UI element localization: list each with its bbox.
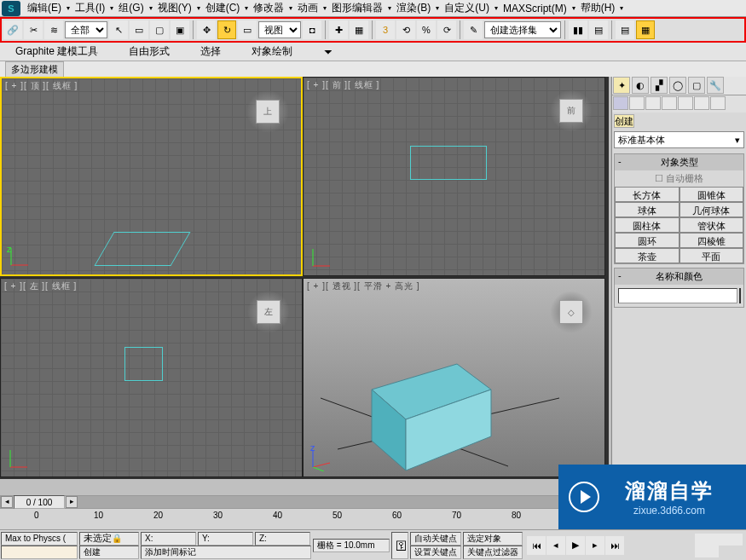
key-filters-button[interactable]: 关键点过滤器 (463, 546, 523, 559)
menu-anim[interactable]: 动画 (294, 0, 321, 17)
btn-tube[interactable]: 管状体 (679, 217, 744, 233)
btn-geosphere[interactable]: 几何球体 (679, 202, 744, 217)
selection-filter-dropdown[interactable]: 全部 (65, 21, 107, 38)
manip-icon[interactable]: ✚ (329, 20, 348, 39)
object-name-input[interactable] (618, 288, 737, 303)
layers-icon[interactable]: ▤ (616, 20, 634, 39)
ribbon-tab-graphite[interactable]: Graphite 建模工具 (0, 42, 113, 61)
btn-plane[interactable]: 平面 (679, 248, 744, 263)
rotate-icon[interactable]: ↻ (217, 20, 236, 39)
ribbon-tab-objpaint[interactable]: 对象绘制 (236, 42, 308, 61)
snap-3-icon[interactable]: 3 (376, 20, 395, 39)
align-icon[interactable]: ▤ (589, 20, 608, 39)
scale-icon[interactable]: ▭ (238, 20, 257, 39)
menu-edit[interactable]: 编辑(E) (24, 0, 65, 17)
nav-fov-icon[interactable] (731, 534, 743, 546)
viewcube-left[interactable]: 左 (247, 291, 290, 333)
sub-shapes-icon[interactable] (629, 96, 645, 110)
ref-coord-dropdown[interactable]: 视图 (258, 21, 301, 38)
maxscript-listener[interactable]: Max to Physcs ( (1, 532, 78, 546)
coord-z[interactable]: Z: (255, 532, 310, 546)
btn-torus[interactable]: 圆环 (615, 233, 679, 248)
play-start-icon[interactable]: ⏮ (527, 536, 546, 555)
viewport-left[interactable]: [ + ][ 左 ][ 线框 ] 左 (0, 278, 303, 477)
viewport-left-label[interactable]: [ + ][ 左 ][ 线框 ] (4, 280, 77, 292)
keyboard-icon[interactable]: ▦ (350, 20, 368, 39)
geometry-category-dropdown[interactable]: 标准基本体▾ (614, 131, 744, 148)
nav-orbit-icon[interactable] (695, 546, 707, 557)
viewcube-top[interactable]: 上 (246, 90, 289, 133)
menu-maxscript[interactable]: MAXScript(M) (500, 1, 570, 16)
menu-tools[interactable]: 工具(I) (72, 0, 108, 17)
ribbon-polymodel-button[interactable]: 多边形建模 (5, 61, 64, 78)
sub-helpers-icon[interactable] (678, 96, 693, 110)
set-key-button[interactable]: 设置关键点 (410, 546, 461, 559)
name-color-header[interactable]: -名称和颜色 (615, 268, 743, 285)
tab-display-icon[interactable]: ▢ (688, 77, 705, 94)
sub-cameras-icon[interactable] (662, 96, 677, 110)
menu-modifiers[interactable]: 修改器 (250, 0, 287, 17)
tab-create-icon[interactable]: ✦ (613, 77, 630, 94)
create-label-button[interactable]: 创建 (614, 114, 634, 128)
btn-box[interactable]: 长方体 (615, 187, 679, 202)
object-type-header[interactable]: -对象类型 (615, 154, 743, 170)
sub-lights-icon[interactable] (645, 96, 661, 110)
viewport-perspective[interactable]: [ + ][ 透视 ][ 平滑 + 高光 ] ◇ z (303, 278, 605, 477)
play-next-icon[interactable]: ▸ (586, 536, 604, 555)
tab-modify-icon[interactable]: ◐ (632, 77, 649, 94)
play-end-icon[interactable]: ⏭ (605, 536, 624, 555)
coord-x[interactable]: X: (141, 532, 196, 546)
viewport-front[interactable]: [ + ][ 前 ][ 线框 ] 前 (303, 77, 605, 276)
spinner-snap-icon[interactable]: ⟳ (437, 20, 456, 39)
menu-custom[interactable]: 自定义(U) (441, 0, 493, 17)
link-icon[interactable]: 🔗 (3, 20, 22, 39)
play-prev-icon[interactable]: ◂ (546, 536, 565, 555)
timeline-prev-icon[interactable]: ◂ (1, 496, 13, 508)
named-sel-dropdown[interactable]: 创建选择集 (484, 21, 561, 38)
btn-pyramid[interactable]: 四棱锥 (679, 233, 744, 248)
app-logo-icon[interactable]: S (2, 1, 20, 16)
tab-hierarchy-icon[interactable]: ▞ (651, 77, 668, 94)
add-time-tag[interactable]: 添加时间标记 (141, 546, 311, 559)
menu-grapheditors[interactable]: 图形编辑器 (328, 0, 386, 17)
timeline-next-icon[interactable]: ▸ (66, 496, 78, 508)
ribbon-tab-freeform[interactable]: 自由形式 (113, 42, 185, 61)
maxscript-mini[interactable] (1, 546, 78, 559)
auto-key-button[interactable]: 自动关键点 (410, 532, 461, 546)
key-mode-dropdown[interactable]: 选定对象 (463, 532, 523, 546)
autogrid-checkbox[interactable]: ☐ 自动栅格 (615, 170, 743, 187)
curve-editor-icon[interactable]: ▦ (636, 20, 655, 39)
btn-cone[interactable]: 圆锥体 (679, 187, 744, 202)
ribbon-tab-select[interactable]: 选择 (185, 42, 236, 61)
ribbon-minimize-icon[interactable]: ⏷ (308, 43, 349, 61)
select-rect-icon[interactable]: ▢ (150, 20, 169, 39)
edit-named-icon[interactable]: ✎ (464, 20, 483, 39)
btn-cylinder[interactable]: 圆柱体 (615, 217, 679, 233)
bind-icon[interactable]: ≋ (44, 20, 63, 39)
select-name-icon[interactable]: ▭ (130, 20, 148, 39)
btn-sphere[interactable]: 球体 (615, 202, 679, 217)
menu-group[interactable]: 组(G) (115, 0, 147, 17)
menu-views[interactable]: 视图(Y) (154, 0, 195, 17)
nav-zoomext-icon[interactable] (719, 534, 731, 546)
play-icon[interactable]: ▶ (566, 536, 585, 555)
menu-create[interactable]: 创建(C) (202, 0, 244, 17)
sub-spacewarps-icon[interactable] (694, 96, 709, 110)
sub-geometry-icon[interactable] (613, 96, 628, 110)
viewport-top-label[interactable]: [ + ][ 顶 ][ 线框 ] (5, 80, 78, 92)
object-color-swatch[interactable] (739, 288, 741, 303)
sub-systems-icon[interactable] (710, 96, 726, 110)
unlink-icon[interactable]: ✂ (24, 20, 43, 39)
viewport-top[interactable]: [ + ][ 顶 ][ 线框 ] 上 z (0, 77, 303, 276)
menu-help[interactable]: 帮助(H) (577, 0, 619, 17)
pivot-icon[interactable]: ◘ (303, 20, 321, 39)
window-crossing-icon[interactable]: ▣ (171, 20, 189, 39)
nav-maximize-icon[interactable] (707, 546, 719, 557)
percent-snap-icon[interactable]: % (417, 20, 436, 39)
select-cursor-icon[interactable]: ↖ (109, 20, 128, 39)
viewcube-front[interactable]: 前 (550, 89, 593, 132)
angle-snap-icon[interactable]: ⟲ (396, 20, 415, 39)
coord-y[interactable]: Y: (198, 532, 253, 546)
nav-pan-icon[interactable] (695, 534, 707, 546)
btn-teapot[interactable]: 茶壶 (615, 248, 679, 263)
